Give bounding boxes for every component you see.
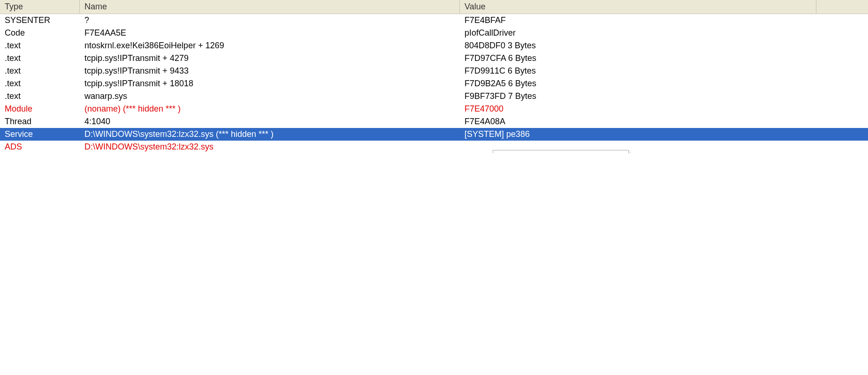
cell-name: D:\WINDOWS\system32:lzx32.sys — [80, 142, 460, 152]
table-row[interactable]: .texttcpip.sys!IPTransmit + 9433F7D9911C… — [0, 65, 868, 77]
cell-name: tcpip.sys!IPTransmit + 9433 — [80, 66, 460, 76]
cell-value: F7E4A08A — [460, 116, 868, 127]
table-row[interactable]: Module(noname) (*** hidden *** )F7E47000 — [0, 103, 868, 115]
table-row[interactable]: .textntoskrnl.exe!Kei386EoiHelper + 1269… — [0, 39, 868, 52]
cell-name: tcpip.sys!IPTransmit + 4279 — [80, 53, 460, 64]
cell-type: .text — [0, 91, 80, 102]
cell-name: ntoskrnl.exe!Kei386EoiHelper + 1269 — [80, 40, 460, 51]
cell-value: 804D8DF0 3 Bytes — [460, 40, 868, 51]
cell-name: 4:1040 — [80, 116, 460, 127]
cell-value: F7D9B2A5 6 Bytes — [460, 78, 868, 89]
table-row[interactable]: ServiceD:\WINDOWS\system32:lzx32.sys (**… — [0, 128, 868, 141]
cell-type: .text — [0, 66, 80, 76]
column-header-row: Type Name Value — [0, 0, 868, 14]
cell-type: .text — [0, 78, 80, 89]
cell-value: F7D97CFA 6 Bytes — [460, 53, 868, 64]
cell-type: SYSENTER — [0, 15, 80, 26]
cell-name: tcpip.sys!IPTransmit + 18018 — [80, 78, 460, 89]
table-row[interactable]: .texttcpip.sys!IPTransmit + 4279F7D97CFA… — [0, 52, 868, 65]
column-header-name[interactable]: Name — [80, 0, 460, 14]
cell-type: Service — [0, 129, 80, 140]
context-menu[interactable]: Restore SSDTRestore CodeDelete the servi… — [493, 150, 629, 153]
column-header-type[interactable]: Type — [0, 0, 80, 14]
table-row[interactable]: .textwanarp.sysF9BF73FD 7 Bytes — [0, 90, 868, 103]
cell-name: (noname) (*** hidden *** ) — [80, 104, 460, 114]
cell-value — [460, 147, 868, 148]
cell-name: F7E4AA5E — [80, 28, 460, 38]
cell-type: .text — [0, 53, 80, 64]
cell-value: [SYSTEM] pe386 — [460, 129, 868, 140]
table-row[interactable]: .texttcpip.sys!IPTransmit + 18018F7D9B2A… — [0, 77, 868, 90]
cell-type: Code — [0, 28, 80, 38]
table-row[interactable]: SYSENTER?F7E4BFAF — [0, 14, 868, 27]
table-row[interactable]: ADSD:\WINDOWS\system32:lzx32.sys — [0, 141, 868, 153]
cell-type: Thread — [0, 116, 80, 127]
cell-type: ADS — [0, 142, 80, 152]
cell-type: Module — [0, 104, 80, 114]
cell-type: .text — [0, 40, 80, 51]
column-header-value[interactable]: Value — [460, 0, 816, 14]
rootkit-listview[interactable]: Type Name Value SYSENTER?F7E4BFAFCodeF7E… — [0, 0, 868, 153]
cell-name: ? — [80, 15, 460, 26]
cell-value: pIofCallDriver — [460, 28, 868, 38]
column-header-extra[interactable] — [816, 0, 868, 14]
cell-value: F7E47000 — [460, 104, 868, 114]
cell-value: F7E4BFAF — [460, 15, 868, 26]
cell-value: F7D9911C 6 Bytes — [460, 66, 868, 76]
menu-item[interactable]: Restore SSDT — [498, 152, 624, 153]
cell-name: D:\WINDOWS\system32:lzx32.sys (*** hidde… — [80, 129, 460, 140]
table-row[interactable]: Thread4:1040F7E4A08A — [0, 115, 868, 128]
cell-value: F9BF73FD 7 Bytes — [460, 91, 868, 102]
cell-name: wanarp.sys — [80, 91, 460, 102]
table-row[interactable]: CodeF7E4AA5EpIofCallDriver — [0, 27, 868, 39]
